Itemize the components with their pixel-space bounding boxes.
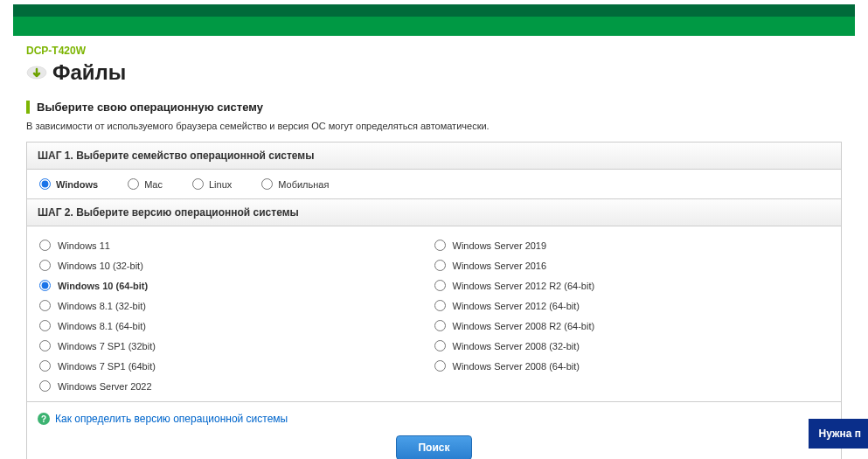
os-version-label: Windows Server 2008 (32-bit) — [453, 341, 580, 351]
help-link[interactable]: Как определить версию операционной систе… — [55, 413, 288, 425]
page-title: Файлы — [52, 60, 126, 85]
os-version-radio[interactable] — [39, 340, 51, 351]
os-version-radio[interactable] — [434, 340, 446, 351]
os-version-radio[interactable] — [39, 300, 51, 311]
help-icon: ? — [38, 413, 50, 425]
os-family-radio[interactable] — [128, 178, 139, 190]
os-version-radio[interactable] — [39, 380, 51, 392]
os-version-item[interactable]: Windows 8.1 (64-bit) — [39, 316, 434, 336]
help-floater[interactable]: Нужна п — [809, 419, 869, 449]
os-version-item[interactable]: Windows Server 2008 R2 (64-bit) — [434, 316, 830, 336]
os-version-label: Windows 10 (64-bit) — [58, 281, 148, 291]
os-version-item[interactable]: Windows 8.1 (32-bit) — [39, 296, 434, 316]
os-version-radio[interactable] — [39, 280, 51, 291]
os-version-label: Windows Server 2019 — [453, 240, 547, 251]
os-version-label: Windows 10 (32-bit) — [58, 261, 143, 271]
os-version-item[interactable]: Windows Server 2008 (64-bit) — [434, 356, 830, 376]
os-version-item[interactable]: Windows Server 2019 — [434, 235, 830, 255]
os-version-label: Windows Server 2022 — [58, 381, 152, 392]
os-version-col2: Windows Server 2019 Windows Server 2016 … — [434, 235, 830, 396]
os-version-radio[interactable] — [434, 260, 446, 271]
os-version-item[interactable]: Windows 7 SP1 (64bit) — [39, 356, 434, 376]
os-version-item[interactable]: Windows Server 2022 — [39, 376, 434, 396]
os-version-label: Windows Server 2008 (64-bit) — [453, 361, 580, 372]
os-version-radio[interactable] — [434, 300, 446, 311]
os-version-radio[interactable] — [434, 360, 446, 372]
os-version-item[interactable]: Windows 10 (32-bit) — [39, 255, 434, 275]
auto-detect-hint: В зависимости от используемого браузера … — [26, 121, 842, 131]
os-family-label: Linux — [209, 179, 232, 190]
os-version-item[interactable]: Windows Server 2016 — [434, 255, 830, 275]
os-family-linux[interactable]: Linux — [192, 178, 232, 190]
os-version-label: Windows 8.1 (32-bit) — [58, 301, 146, 311]
os-version-item[interactable]: Windows Server 2012 (64-bit) — [434, 296, 830, 316]
step2-heading: ШАГ 2. Выберите версию операционной сист… — [27, 198, 841, 226]
os-family-mobile[interactable]: Мобильная — [261, 178, 329, 190]
step1-heading: ШАГ 1. Выберите семейство операционной с… — [27, 143, 841, 170]
os-family-row: Windows Mac Linux Мобильная — [27, 170, 841, 198]
os-version-item[interactable]: Windows Server 2012 R2 (64-bit) — [434, 275, 830, 296]
os-version-radio[interactable] — [39, 360, 51, 372]
section-heading: Выберите свою операционную систему — [26, 101, 842, 114]
os-version-radio[interactable] — [39, 320, 51, 331]
download-cloud-icon — [26, 64, 47, 81]
green-banner — [13, 17, 855, 36]
os-version-item[interactable]: Windows 10 (64-bit) — [39, 275, 434, 296]
os-selection-panel: ШАГ 1. Выберите семейство операционной с… — [26, 142, 842, 459]
os-version-label: Windows Server 2012 R2 (64-bit) — [453, 281, 595, 291]
os-version-radio[interactable] — [39, 260, 51, 271]
os-family-windows[interactable]: Windows — [39, 178, 98, 190]
os-version-label: Windows 8.1 (64-bit) — [58, 321, 146, 331]
os-version-label: Windows 7 SP1 (32bit) — [58, 341, 156, 351]
os-family-radio[interactable] — [261, 178, 273, 190]
os-version-radio[interactable] — [434, 280, 446, 291]
search-button[interactable]: Поиск — [396, 435, 471, 459]
os-family-mac[interactable]: Mac — [128, 178, 163, 190]
product-model: DCP-T420W — [26, 45, 842, 57]
os-version-item[interactable]: Windows 7 SP1 (32bit) — [39, 336, 434, 356]
os-version-radio[interactable] — [434, 320, 446, 331]
os-version-label: Windows Server 2008 R2 (64-bit) — [453, 321, 595, 331]
os-family-label: Windows — [56, 179, 98, 190]
os-version-item[interactable]: Windows Server 2008 (32-bit) — [434, 336, 830, 356]
os-family-radio[interactable] — [39, 178, 51, 190]
os-family-label: Мобильная — [278, 179, 329, 190]
os-family-radio[interactable] — [192, 178, 204, 190]
os-version-label: Windows Server 2012 (64-bit) — [453, 301, 580, 311]
os-version-label: Windows 11 — [58, 240, 110, 251]
help-row: ? Как определить версию операционной сис… — [27, 401, 841, 435]
os-version-label: Windows 7 SP1 (64bit) — [58, 361, 156, 372]
os-version-radio[interactable] — [39, 240, 51, 251]
os-version-col1: Windows 11 Windows 10 (32-bit) Windows 1… — [39, 235, 434, 396]
os-family-label: Mac — [144, 179, 163, 190]
os-version-label: Windows Server 2016 — [453, 261, 547, 271]
os-version-radio[interactable] — [434, 240, 446, 251]
top-dark-bar — [13, 4, 855, 17]
os-version-item[interactable]: Windows 11 — [39, 235, 434, 255]
os-version-grid: Windows 11 Windows 10 (32-bit) Windows 1… — [27, 226, 841, 401]
